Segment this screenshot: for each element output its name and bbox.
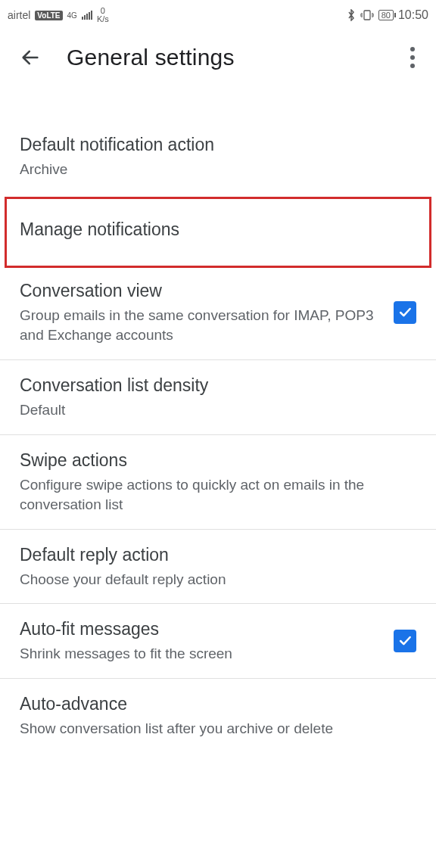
setting-title: Swipe actions xyxy=(20,449,416,472)
check-icon xyxy=(397,633,413,649)
setting-subtitle: Shrink messages to fit the screen xyxy=(20,644,380,664)
setting-subtitle: Choose your default reply action xyxy=(20,570,416,590)
check-icon xyxy=(397,305,413,320)
more-vert-icon xyxy=(410,47,415,51)
setting-manage-notifications[interactable]: Manage notifications xyxy=(0,194,436,266)
setting-conversation-view[interactable]: Conversation view Group emails in the sa… xyxy=(0,266,436,359)
setting-swipe-actions[interactable]: Swipe actions Configure swipe actions to… xyxy=(0,435,436,529)
svg-rect-0 xyxy=(364,11,370,20)
status-right: 80 10:50 xyxy=(347,8,428,22)
setting-subtitle: Default xyxy=(20,400,416,421)
signal-icon xyxy=(82,11,92,20)
app-bar: General settings xyxy=(0,30,436,85)
net-speed: 0 K/s xyxy=(97,7,109,23)
setting-title: Auto-fit messages xyxy=(20,618,380,641)
setting-title: Conversation list density xyxy=(20,374,416,397)
setting-subtitle: Archive xyxy=(20,160,416,180)
setting-subtitle: Group emails in the same conversation fo… xyxy=(20,306,380,346)
setting-title: Auto-advance xyxy=(20,692,416,716)
conversation-view-checkbox[interactable] xyxy=(394,301,416,324)
status-left: airtel VoLTE 4G 0 K/s xyxy=(8,7,109,23)
setting-subtitle: Show conversation list after you archive… xyxy=(20,719,416,739)
volte-badge: VoLTE xyxy=(35,11,62,20)
setting-title: Default reply action xyxy=(20,543,416,567)
setting-auto-fit-messages[interactable]: Auto-fit messages Shrink messages to fit… xyxy=(0,604,436,678)
setting-conversation-list-density[interactable]: Conversation list density Default xyxy=(0,360,436,434)
setting-subtitle: Configure swipe actions to quickly act o… xyxy=(20,475,416,515)
setting-default-notification-action[interactable]: Default notification action Archive xyxy=(0,120,436,194)
clock: 10:50 xyxy=(398,8,428,22)
setting-title: Default notification action xyxy=(20,133,416,157)
back-button[interactable] xyxy=(15,42,45,73)
carrier-label: airtel xyxy=(8,9,30,21)
bluetooth-icon xyxy=(347,9,356,21)
page-title: General settings xyxy=(67,45,383,70)
overflow-menu-button[interactable] xyxy=(404,41,421,74)
setting-title: Conversation view xyxy=(20,279,380,303)
status-bar: airtel VoLTE 4G 0 K/s 80 10:50 xyxy=(0,0,436,30)
setting-default-reply-action[interactable]: Default reply action Choose your default… xyxy=(0,530,436,604)
network-label: 4G xyxy=(67,11,77,20)
auto-fit-checkbox[interactable] xyxy=(394,630,416,652)
battery-indicator: 80 xyxy=(378,10,394,20)
setting-auto-advance[interactable]: Auto-advance Show conversation list afte… xyxy=(0,679,436,753)
vibrate-icon xyxy=(360,10,374,20)
settings-list: Default notification action Archive Mana… xyxy=(0,85,436,753)
arrow-left-icon xyxy=(20,47,41,68)
setting-title: Manage notifications xyxy=(20,218,416,241)
